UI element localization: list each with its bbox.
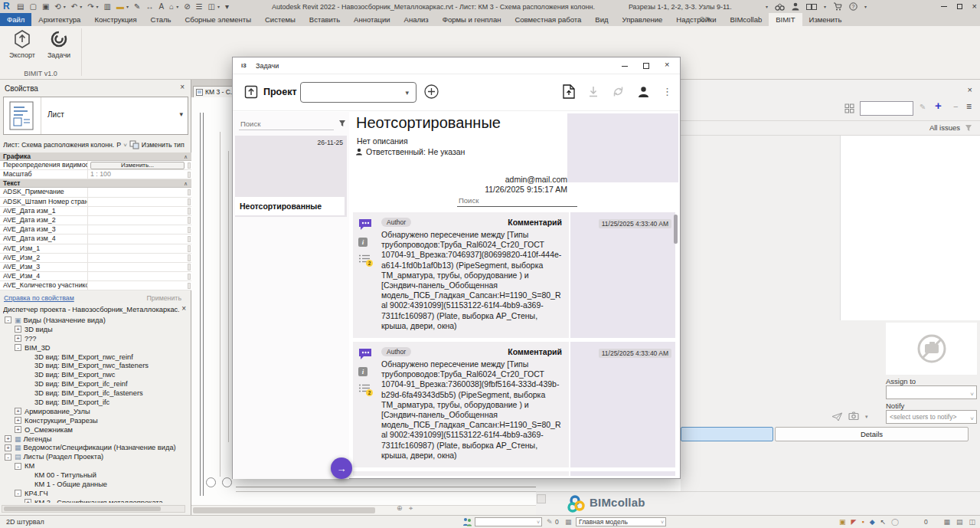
value-edit-box[interactable] [188,162,191,169]
property-value[interactable]: 1 : 100 [88,170,191,179]
expand-icon[interactable]: + [15,426,21,433]
close-button[interactable]: × [972,0,977,13]
dropdown-caret-icon[interactable]: ▾ [176,4,178,9]
tree-node-18[interactable]: КМ 1 - Общие данные [0,480,191,489]
issues-list[interactable] [840,136,980,320]
split-view-icon[interactable]: ◫ [969,517,975,527]
value-edit-box[interactable] [188,227,191,234]
tree-node-3[interactable]: -BIM_3D [0,343,191,353]
sidebar-filter-icon[interactable] [338,120,346,127]
aligned-dimension-icon[interactable]: ↔ [145,0,153,13]
collapse-icon[interactable]: - [15,344,21,351]
instance-caret-icon[interactable]: ˅ [123,142,127,149]
search-icon[interactable] [775,3,785,11]
dropdown-caret-icon[interactable]: ▾ [126,4,129,9]
tree-node-10[interactable]: +Армирование_Узлы [0,407,191,416]
panel-close-icon[interactable]: × [968,86,972,93]
camera-icon[interactable] [848,412,859,420]
edit-overrides-button[interactable]: Изменить... [90,162,185,169]
ribbon-tab-1[interactable]: Архитектура [31,13,87,26]
thin-lines-icon[interactable]: ☰ [196,0,203,13]
value-edit-box[interactable] [188,198,191,205]
dialog-title-bar[interactable]: i3 Задачи × [233,57,680,74]
tree-node-20[interactable]: +КМ 2 - Спецификация металлопроката [0,498,191,503]
tree-node-4[interactable]: 3D вид: BIM_Export_nwc_reinf [0,353,191,362]
properties-close-icon[interactable]: × [180,84,185,91]
ribbon-tab-14[interactable]: BIMcollab [723,13,769,26]
properties-help-link[interactable]: Справка по свойствам [4,294,74,302]
property-group-header[interactable]: Графика∧ [0,152,191,161]
ribbon-tab-3[interactable]: Сталь [144,13,178,26]
value-edit-box[interactable] [188,236,191,243]
tasks-button[interactable]: Задачи [41,29,77,59]
collapse-icon[interactable]: - [15,490,21,497]
workset-select[interactable]: ˅ [475,517,542,526]
tree-node-12[interactable]: +О_Смежникам [0,425,191,435]
tree-node-9[interactable]: 3D вид: BIM_Export_ifc [0,398,191,407]
expand-icon[interactable]: + [15,335,21,342]
menu-icon[interactable]: ▤ [17,0,24,13]
dialog-minimize-button[interactable] [622,66,628,67]
notify-select[interactable]: <select users to notify>˅ [886,410,977,424]
ribbon-tab-2[interactable]: Конструкция [87,13,143,26]
design-options-icon[interactable]: ▦ [565,518,572,526]
property-value[interactable] [88,198,191,206]
ribbon-tab-0[interactable]: Файл [0,13,31,26]
value-edit-box[interactable] [188,283,191,290]
value-edit-box[interactable] [188,172,191,179]
issue-search-input[interactable] [860,101,913,116]
pin-icon[interactable]: ▪ [861,517,864,527]
dropdown-caret-icon[interactable]: ▾ [96,4,99,9]
comments-scrollbar[interactable] [674,215,678,475]
ribbon-tab-7[interactable]: Аннотации [347,13,397,26]
open-icon[interactable]: ▢ [29,0,36,13]
value-edit-box[interactable] [188,217,191,224]
send-icon[interactable] [831,412,843,421]
background-process-icon[interactable]: ◯ [891,517,899,527]
download-icon[interactable] [588,86,599,98]
details-tab-button[interactable]: Details [775,427,969,441]
modify-icon[interactable]: ✎ [134,0,140,13]
worker-setting-icon[interactable]: ▣ [839,517,846,527]
tree-node-1[interactable]: +3D виды [0,325,191,334]
scrollbar-thumb[interactable] [4,507,161,511]
editable-only-icon[interactable]: ✎ [547,518,553,526]
dropdown-caret-icon[interactable]: ▾ [824,4,826,9]
tree-node-17[interactable]: КМ 00 - Титульный [0,471,191,480]
sync-icon[interactable]: ⟲ [54,0,60,13]
dropdown-caret-icon[interactable]: ▾ [80,4,82,9]
ribbon-tab-16[interactable]: Изменить [802,13,849,26]
property-group-header[interactable]: Текст∧ [0,179,191,188]
comment-card-0[interactable]: i2AuthorКомментарийОбнаружено пересечени… [353,212,675,338]
value-edit-box[interactable] [188,264,191,271]
new-report-icon[interactable] [563,84,575,99]
value-edit-box[interactable] [188,245,191,252]
property-value[interactable] [88,207,191,215]
canvas-h-scrollbar[interactable] [191,505,537,515]
help-icon[interactable]: ? [849,2,858,11]
expand-icon[interactable]: + [15,408,21,415]
tree-node-6[interactable]: 3D вид: BIM_Export_nwc [0,370,191,379]
value-edit-box[interactable] [188,254,191,261]
type-caret-icon[interactable]: ▾ [179,110,183,118]
collapse-caret-icon[interactable]: ▾ [766,4,768,9]
redo-icon[interactable]: ↷ [87,0,93,13]
print-icon[interactable]: ▥ [104,0,111,13]
collapse-icon[interactable]: - [15,463,21,470]
ribbon-tab-9[interactable]: Формы и генплан [436,13,508,26]
clash-warning-icon[interactable]: ◤ [851,517,857,527]
next-fab-button[interactable]: → [331,457,352,479]
property-value[interactable] [88,244,191,253]
transfer-icon[interactable]: ◫ [208,0,215,13]
tree-node-15[interactable]: -▤Листы (Раздел Проекта) [0,452,191,461]
expand-icon[interactable]: + [15,417,21,424]
property-value[interactable] [88,225,191,234]
dialog-maximize-button[interactable] [643,63,649,69]
tree-node-16[interactable]: -КМ [0,461,191,471]
ribbon-tab-6[interactable]: Вставить [302,13,347,26]
value-edit-box[interactable] [188,189,191,196]
default-3d-view-icon[interactable]: ⌂ [169,0,174,13]
save-icon[interactable]: ▣ [42,0,49,13]
dropdown-caret-icon[interactable]: ▾ [64,4,66,9]
tree-node-0[interactable]: -▣Виды (Назначение вида) [0,316,191,325]
